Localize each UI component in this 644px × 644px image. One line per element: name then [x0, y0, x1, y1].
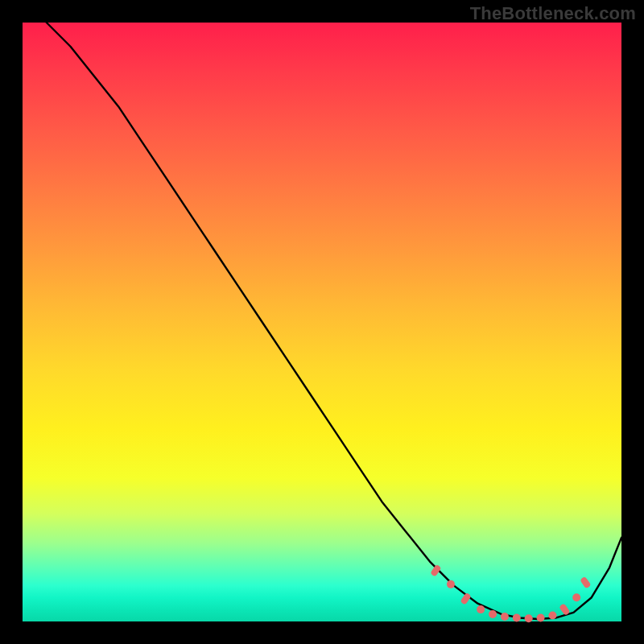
curve-marker: [489, 610, 497, 618]
curve-marker: [580, 576, 592, 589]
curve-marker: [537, 614, 545, 622]
bottleneck-curve: [47, 23, 621, 619]
marker-group: [430, 564, 592, 623]
curve-marker: [477, 605, 485, 613]
watermark-text: TheBottleneck.com: [470, 3, 636, 24]
curve-marker: [548, 612, 556, 620]
curve-marker: [501, 613, 509, 621]
chart-frame: TheBottleneck.com: [0, 0, 644, 644]
chart-svg: [23, 23, 621, 621]
curve-marker: [572, 593, 580, 601]
curve-marker: [525, 614, 533, 622]
plot-area: [23, 23, 621, 621]
curve-marker: [513, 614, 521, 622]
curve-marker: [447, 580, 455, 588]
